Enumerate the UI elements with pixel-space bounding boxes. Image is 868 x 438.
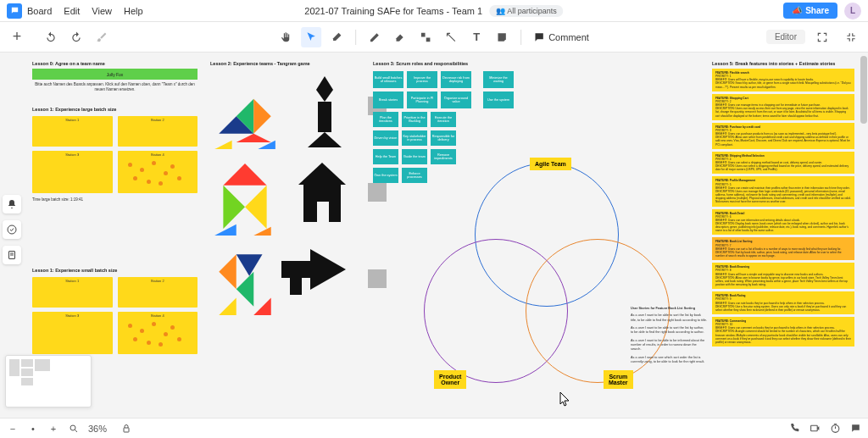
feature-card[interactable]: FEATURE: CommentingPRIORITY: 10 BENEFIT:…: [712, 317, 854, 347]
teal-card[interactable]: Participate in PI Planning: [407, 91, 437, 108]
tangram-pieces[interactable]: [210, 244, 280, 325]
eraser-tool[interactable]: [326, 27, 347, 47]
team-name-button[interactable]: Jolly Fox: [32, 69, 198, 80]
zoom-level[interactable]: 36%: [88, 424, 107, 434]
text-tool[interactable]: T: [466, 27, 487, 47]
feature-card[interactable]: FEATURE: Book BrowsingPRIORITY: 8 BENEFI…: [712, 263, 854, 289]
editor-mode-pill[interactable]: Editor: [766, 30, 805, 44]
feature-card[interactable]: FEATURE: Shipping Method SelectionPRIORI…: [712, 152, 854, 175]
time-large: Time large batch size: 1:19:41: [32, 197, 198, 202]
canvas[interactable]: Lesson 0: Agree on a team name Jolly Fox…: [0, 53, 868, 418]
highlighter-tool[interactable]: [390, 27, 410, 47]
teal-card[interactable]: Plan the iterations: [373, 112, 398, 127]
vertical-scrollbar[interactable]: [860, 53, 868, 418]
text-icon: T: [473, 30, 480, 43]
station-card[interactable]: Station 3: [32, 312, 113, 354]
teal-card[interactable]: Help the Team: [373, 149, 398, 164]
marker-icon: [394, 31, 406, 43]
phone-icon: [789, 423, 800, 434]
brush-icon: [96, 31, 108, 43]
tangram-pieces[interactable]: [210, 71, 280, 152]
feature-card[interactable]: FEATURE: Shopping CartPRIORITY: 2 BENEFI…: [712, 94, 854, 120]
zoom-in-button[interactable]: +: [47, 423, 59, 435]
station-card[interactable]: Station 4: [118, 151, 198, 193]
teal-card[interactable]: Execute the iteration: [431, 112, 456, 127]
phone-button[interactable]: [788, 423, 800, 435]
clock-icon: [830, 423, 841, 434]
teal-card[interactable]: Key stakeholder in process: [402, 130, 427, 146]
comment-button[interactable]: Comment: [528, 31, 594, 43]
teal-card[interactable]: Build small batches of releases: [373, 71, 403, 88]
menu-edit[interactable]: Edit: [64, 6, 80, 16]
redo-button[interactable]: [66, 27, 86, 47]
teal-card[interactable]: Break stories: [373, 91, 403, 108]
app-logo[interactable]: [7, 3, 22, 19]
camera-button[interactable]: [809, 423, 821, 435]
teal-card[interactable]: Minimize the waiting: [483, 71, 514, 88]
zoom-slider-dot[interactable]: •: [27, 423, 39, 435]
teal-card[interactable]: Prioritize in the Backlog: [402, 112, 427, 127]
zoom-fit-button[interactable]: [68, 423, 80, 435]
share-button[interactable]: 📣 Share: [783, 3, 837, 19]
participants-pill[interactable]: 👥 All participants: [489, 5, 564, 17]
station-card[interactable]: Station 2: [118, 116, 198, 147]
connector-tool[interactable]: [441, 27, 461, 47]
lesson-1-large: Lesson 1: Experience large batch size St…: [32, 107, 198, 202]
teal-card[interactable]: Decrease risk from deploying: [441, 71, 471, 88]
lesson-5: Lesson 5: Break features into stories + …: [712, 61, 854, 347]
venn-label-team[interactable]: Agile Team: [530, 158, 571, 170]
teal-card[interactable]: Responsible for delivery: [431, 130, 456, 146]
tangram-candle[interactable]: [303, 76, 346, 147]
feature-card[interactable]: FEATURE: Book DetailPRIORITY: 6 BENEFIT:…: [712, 209, 854, 236]
menu-help[interactable]: Help: [124, 6, 143, 16]
shape-tool[interactable]: [415, 27, 436, 47]
lock-icon: [121, 424, 131, 434]
pen-tool[interactable]: [364, 27, 385, 47]
format-painter-button[interactable]: [92, 27, 112, 47]
station-card[interactable]: Station 1: [32, 277, 113, 308]
teal-card[interactable]: Organize around value: [441, 91, 471, 108]
venn-label-po[interactable]: Product Owner: [434, 370, 466, 389]
venn-label-sm[interactable]: Scrum Master: [604, 370, 633, 389]
tangram-house[interactable]: [298, 163, 346, 230]
select-tool[interactable]: [301, 27, 321, 47]
notifications-button[interactable]: [3, 195, 21, 213]
minimap[interactable]: [5, 355, 92, 408]
teal-card[interactable]: Own the system: [373, 168, 398, 183]
teal-card[interactable]: Improve the process: [407, 71, 437, 88]
teal-card[interactable]: Use the system: [483, 91, 514, 108]
fullscreen-button[interactable]: [812, 27, 832, 47]
feature-card[interactable]: FEATURE: Profile ManagementPRIORITY: 5 B…: [712, 176, 854, 206]
files-button[interactable]: [3, 246, 21, 264]
gray-square[interactable]: [368, 269, 387, 288]
lesson-0: Lesson 0: Agree on a team name Jolly Fox…: [32, 61, 198, 92]
zoom-out-button[interactable]: −: [7, 423, 19, 435]
timer-button[interactable]: [829, 423, 841, 435]
menu-board[interactable]: Board: [27, 6, 52, 16]
menu-view[interactable]: View: [92, 6, 112, 16]
feature-card[interactable]: FEATURE: Purchase by credit cardPRIORITY…: [712, 123, 854, 149]
lock-button[interactable]: [120, 423, 132, 435]
sticky-tool[interactable]: [492, 27, 512, 47]
tasks-button[interactable]: [3, 220, 21, 239]
add-button[interactable]: +: [7, 27, 27, 47]
feature-card[interactable]: FEATURE: Flexible searchPRIORITY: 1 BENE…: [712, 69, 854, 91]
fit-button[interactable]: [841, 27, 861, 47]
undo-button[interactable]: [41, 27, 61, 47]
tangram-arrow[interactable]: [281, 249, 346, 300]
svg-marker-21: [253, 297, 271, 315]
document-title[interactable]: 2021-07 Training SAFe for Teams - Team 1: [304, 6, 482, 16]
feature-card[interactable]: FEATURE: Book RatingPRIORITY: 9 BENEFIT:…: [712, 291, 854, 314]
teal-card[interactable]: Driven by vision: [373, 130, 398, 146]
station-card[interactable]: Station 4: [118, 312, 198, 354]
station-card[interactable]: Station 3: [32, 151, 113, 193]
hand-tool[interactable]: [275, 27, 296, 47]
station-card[interactable]: Station 2: [118, 277, 198, 308]
scrollbar-thumb[interactable]: [860, 56, 867, 124]
station-card[interactable]: Station 1: [32, 116, 113, 147]
feature-card[interactable]: FEATURE: Book List SortingPRIORITY: 7 BE…: [712, 237, 854, 260]
redo-icon: [70, 31, 82, 43]
user-avatar[interactable]: L: [844, 3, 861, 19]
chat-button[interactable]: [849, 423, 861, 435]
tangram-pieces[interactable]: [210, 158, 280, 239]
